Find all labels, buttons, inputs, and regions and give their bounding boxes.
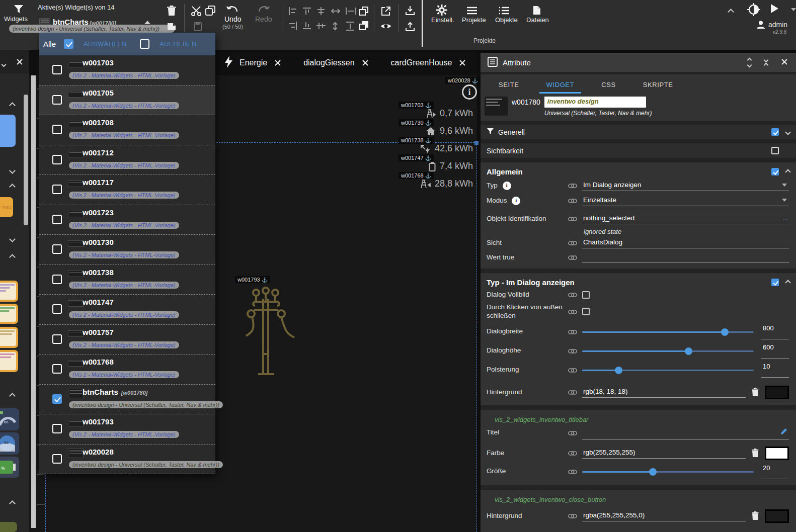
- color-swatch[interactable]: [765, 386, 789, 399]
- widget-list-item[interactable]: w001708(Vis 2 - Material-Widgets - HTML-…: [39, 115, 215, 145]
- energy-value-row[interactable]: 0,7 kWh: [425, 108, 473, 119]
- polsterung-slider[interactable]: [582, 366, 754, 374]
- center-horizontal-icon[interactable]: [316, 7, 326, 16]
- pylon-drawing[interactable]: [240, 284, 295, 381]
- link-icon[interactable]: [568, 389, 582, 395]
- paste-icon[interactable]: [192, 21, 203, 32]
- widget-label-w001768[interactable]: w001768 ⚓: [399, 172, 434, 179]
- widget-list-item[interactable]: w001738(Vis 2 - Material-Widgets - HTML-…: [39, 265, 215, 295]
- link-icon[interactable]: [568, 348, 582, 354]
- link-icon[interactable]: [568, 430, 582, 436]
- collapse-toolbar-icon[interactable]: [729, 7, 733, 16]
- objects-button[interactable]: Objekte: [495, 16, 518, 24]
- palette-widget-preview[interactable]: [0, 304, 18, 324]
- link-icon[interactable]: [568, 240, 582, 246]
- link-icon[interactable]: [568, 198, 582, 204]
- widget-set-input[interactable]: inventwo design: [544, 97, 646, 108]
- selection-resize-handle[interactable]: [474, 141, 479, 145]
- info-widget-icon[interactable]: i: [462, 84, 477, 100]
- copy-icon[interactable]: [204, 5, 216, 17]
- deselect-all-checkbox[interactable]: [140, 39, 149, 49]
- palette-group-expand-icon[interactable]: [10, 234, 15, 243]
- row-checkbox[interactable]: [52, 454, 62, 464]
- row-checkbox[interactable]: [52, 155, 62, 164]
- distribute-horizontal-icon[interactable]: [330, 7, 341, 16]
- dialogbreite-value[interactable]: 800: [761, 324, 789, 339]
- widget-list-item[interactable]: w001793(Vis 2 - Material-Widgets - HTML-…: [39, 414, 215, 445]
- row-checkbox[interactable]: [52, 215, 62, 224]
- undo-label[interactable]: Undo: [224, 15, 241, 23]
- hintergrund-field[interactable]: rgba(255,255,255,0): [582, 510, 746, 521]
- same-width-icon[interactable]: [345, 7, 356, 16]
- palette-widget-preview[interactable]: TAB 2: [0, 197, 13, 217]
- row-checkbox[interactable]: [52, 95, 62, 105]
- widget-list-item[interactable]: w001747(Vis 2 - Material-Widgets - HTML-…: [39, 295, 215, 325]
- generell-bar[interactable]: Generell: [481, 125, 796, 139]
- select-all-checkbox[interactable]: [64, 39, 73, 49]
- export-icon[interactable]: [405, 21, 416, 32]
- settings-gear-icon[interactable]: [436, 4, 448, 16]
- widget-list-item[interactable]: w001757(Vis 2 - Material-Widgets - HTML-…: [39, 325, 215, 355]
- palette-group-expand-icon[interactable]: [10, 166, 15, 175]
- palette-group-collapse-icon[interactable]: [10, 499, 15, 508]
- dialoghoehe-value[interactable]: 600: [761, 343, 789, 359]
- widget-label-w001703[interactable]: w001703 ⚓: [399, 102, 434, 109]
- import-icon[interactable]: [405, 5, 416, 16]
- link-icon[interactable]: [568, 183, 582, 189]
- dialogbreite-slider[interactable]: [582, 328, 754, 336]
- color-swatch[interactable]: [765, 509, 789, 523]
- palette-collapse-icon[interactable]: [2, 59, 6, 68]
- distribute-vertical-icon[interactable]: [330, 21, 340, 31]
- tab-cardgreenhouse[interactable]: cardGreenHouse: [391, 58, 466, 67]
- row-checkbox[interactable]: [52, 185, 62, 194]
- row-checkbox[interactable]: [52, 244, 62, 254]
- unfold-more-icon[interactable]: [748, 58, 751, 67]
- palette-widget-preview[interactable]: [0, 327, 18, 348]
- palette-group-collapse-icon[interactable]: [10, 391, 15, 400]
- object-picker-button[interactable]: ...: [782, 214, 788, 222]
- widget-list-item[interactable]: w001723(Vis 2 - Material-Widgets - HTML-…: [39, 205, 215, 235]
- widget-label-w020028[interactable]: w020028 ⚓: [445, 77, 481, 84]
- link-icon[interactable]: [568, 292, 582, 298]
- vollbild-checkbox[interactable]: [582, 291, 590, 299]
- energy-value-row[interactable]: 42,6 kWh: [420, 143, 473, 154]
- cut-icon[interactable]: [191, 6, 203, 17]
- widget-label-w001738[interactable]: w001738 ⚓: [399, 137, 434, 144]
- send-backward-icon[interactable]: [358, 20, 369, 31]
- chevron-up-icon[interactable]: [786, 279, 790, 286]
- unfold-less-icon[interactable]: [764, 58, 768, 67]
- close-panel-icon[interactable]: [781, 58, 789, 66]
- tab-dialoggiessen[interactable]: dialogGiessen: [303, 58, 368, 67]
- palette-widget-preview[interactable]: [0, 115, 16, 147]
- deselect-all-button[interactable]: AUFHEBEN: [160, 40, 197, 48]
- row-checkbox[interactable]: [52, 125, 62, 134]
- dialoghoehe-slider[interactable]: [582, 347, 754, 355]
- tab-widget[interactable]: WIDGET: [543, 76, 578, 94]
- align-bottom-icon[interactable]: [302, 21, 312, 30]
- align-top-icon[interactable]: [302, 7, 312, 16]
- energy-value-row[interactable]: 9,6 kWh: [426, 126, 473, 136]
- widget-list-item[interactable]: w001703(Vis 2 - Material-Widgets - HTML-…: [39, 55, 215, 85]
- filter-funnel-icon[interactable]: [13, 4, 24, 14]
- bring-forward-icon[interactable]: [358, 6, 369, 17]
- palette-group-collapse-icon[interactable]: [10, 252, 15, 261]
- link-icon[interactable]: [568, 254, 582, 260]
- row-checkbox[interactable]: [52, 364, 62, 374]
- sichtbarkeit-checkbox[interactable]: [771, 147, 779, 154]
- energy-value-row[interactable]: 28,8 kWh: [420, 179, 473, 189]
- select-all-button[interactable]: AUSWÄHLEN: [84, 40, 127, 48]
- run-play-icon[interactable]: [771, 4, 778, 13]
- row-checkbox[interactable]: [52, 275, 62, 284]
- close-tab-icon[interactable]: [274, 59, 281, 66]
- widget-label-w001747[interactable]: w001747 ⚓: [399, 154, 434, 161]
- same-height-icon[interactable]: [345, 21, 355, 31]
- widget-label-w001730[interactable]: w001730 ⚓: [399, 119, 434, 126]
- palette-group-collapse-icon[interactable]: [10, 101, 15, 110]
- row-checkbox[interactable]: [52, 424, 62, 433]
- tab-skripte[interactable]: SKRIPTE: [640, 76, 676, 94]
- tab-energie[interactable]: Energie: [240, 58, 281, 67]
- typ-select[interactable]: Im Dialog anzeigen: [582, 180, 789, 191]
- link-icon[interactable]: [568, 513, 582, 519]
- widget-list-item[interactable]: w001705(Vis 2 - Material-Widgets - HTML-…: [39, 85, 215, 116]
- theme-toggle-icon[interactable]: [747, 3, 761, 17]
